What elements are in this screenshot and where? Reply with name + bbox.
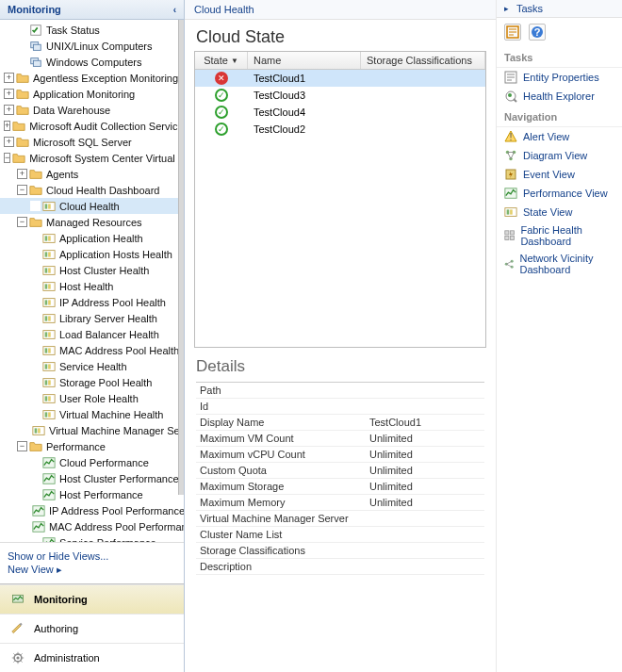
tree-node[interactable]: −Microsoft System Center Virtual Machine… xyxy=(0,150,184,166)
tree-node[interactable]: Host Cluster Health xyxy=(0,262,184,278)
tree-node[interactable]: Virtual Machine Manager Server Health xyxy=(0,422,184,438)
alert-icon: ! xyxy=(504,130,517,143)
folder-icon xyxy=(29,216,42,229)
detail-row: Virtual Machine Manager Server xyxy=(196,511,484,527)
collapse-icon[interactable]: − xyxy=(17,185,27,195)
grid-row[interactable]: ✓TestCloud2 xyxy=(195,121,485,138)
svg-point-71 xyxy=(508,93,512,97)
detail-value: TestCloud1 xyxy=(366,415,425,430)
help-icon[interactable]: ? xyxy=(529,24,546,41)
tree-node[interactable]: +Agents xyxy=(0,166,184,182)
tree-node[interactable]: Cloud Health xyxy=(0,198,184,214)
toggle-spacer xyxy=(30,329,41,339)
tree-node[interactable]: Service Performance xyxy=(0,534,184,542)
detail-key: Path xyxy=(196,383,366,398)
svg-rect-43 xyxy=(48,412,51,417)
collapse-icon[interactable]: ‹ xyxy=(173,5,176,15)
collapse-icon[interactable]: − xyxy=(17,441,27,451)
task-link-dash[interactable]: Fabric Health Dashboard xyxy=(497,221,622,250)
toggle-spacer xyxy=(30,265,41,275)
tree-node[interactable]: IP Address Pool Health xyxy=(0,294,184,310)
tree-node[interactable]: Windows Computers xyxy=(0,54,184,70)
task-link-net[interactable]: Network Vicinity Dashboard xyxy=(497,250,622,278)
tree-node[interactable]: Library Server Health xyxy=(0,310,184,326)
expand-icon[interactable]: + xyxy=(4,137,14,147)
state-icon xyxy=(42,280,56,293)
expand-icon[interactable]: + xyxy=(4,89,14,99)
grid-body[interactable]: ✕TestCloud1✓TestCloud3✓TestCloud4✓TestCl… xyxy=(195,70,485,347)
task-link-label: State View xyxy=(523,206,572,218)
detail-row: Maximum vCPU CountUnlimited xyxy=(196,447,484,463)
expand-icon[interactable]: + xyxy=(4,105,14,115)
svg-rect-9 xyxy=(45,236,48,240)
grid-row[interactable]: ✕TestCloud1 xyxy=(195,70,485,87)
tree-node-label: IP Address Pool Health xyxy=(59,297,166,308)
tree-node[interactable]: IP Address Pool Performance xyxy=(0,502,184,518)
health-icon xyxy=(504,90,517,103)
wunderbar-monitoring[interactable]: Monitoring xyxy=(0,584,184,614)
tree-node[interactable]: Load Balancer Health xyxy=(0,326,184,342)
collapse-icon[interactable]: − xyxy=(17,217,27,227)
tree-node[interactable]: Service Health xyxy=(0,358,184,374)
tree-node[interactable]: +Agentless Exception Monitoring xyxy=(0,70,184,86)
tree-node[interactable]: Application Hosts Health xyxy=(0,246,184,262)
tree-node[interactable]: −Managed Resources xyxy=(0,214,184,230)
tree-node[interactable]: −Performance xyxy=(0,438,184,454)
tree-node[interactable]: Cloud Performance xyxy=(0,454,184,470)
task-link-event[interactable]: Event View xyxy=(497,165,622,184)
tree-node[interactable]: Virtual Machine Health xyxy=(0,406,184,422)
tree-node-label: User Role Health xyxy=(59,393,139,404)
tree-node-label: Agentless Exception Monitoring xyxy=(33,73,178,84)
tree-node[interactable]: −Cloud Health Dashboard xyxy=(0,182,184,198)
navigation-section-title: Navigation xyxy=(497,107,622,127)
col-storage[interactable]: Storage Classifications xyxy=(361,52,485,69)
tree-node[interactable]: Host Cluster Performance xyxy=(0,470,184,486)
svg-rect-45 xyxy=(35,428,38,433)
tree-node[interactable]: +Microsoft SQL Server xyxy=(0,134,184,150)
state-icon xyxy=(42,408,56,421)
svg-rect-21 xyxy=(45,300,48,304)
tree-node[interactable]: +Data Warehouse xyxy=(0,102,184,118)
tree-node-label: IP Address Pool Performance xyxy=(49,505,184,516)
svg-rect-37 xyxy=(48,380,51,385)
expand-icon[interactable]: + xyxy=(17,169,27,179)
nav-tree[interactable]: Task StatusUNIX/Linux ComputersWindows C… xyxy=(0,20,184,542)
folder-icon xyxy=(16,136,29,149)
task-link-props[interactable]: Entity Properties xyxy=(497,68,622,87)
expand-icon[interactable]: + xyxy=(4,121,10,131)
task-link-alert[interactable]: !Alert View xyxy=(497,127,622,146)
task-link-health[interactable]: Health Explorer xyxy=(497,87,622,106)
tree-node[interactable]: +Application Monitoring xyxy=(0,86,184,102)
show-hide-views-link[interactable]: Show or Hide Views... xyxy=(8,550,176,562)
tree-node[interactable]: +Microsoft Audit Collection Services xyxy=(0,118,184,134)
expand-icon[interactable]: + xyxy=(4,73,14,83)
col-state[interactable]: State▼ xyxy=(195,52,248,69)
wunderbar-administration[interactable]: Administration xyxy=(0,643,184,672)
tree-scrollbar[interactable] xyxy=(178,20,184,495)
tree-node[interactable]: UNIX/Linux Computers xyxy=(0,38,184,54)
tree-node[interactable]: Task Status xyxy=(0,22,184,38)
collapse-icon[interactable]: − xyxy=(4,153,10,163)
content-header: Cloud Health xyxy=(185,0,496,20)
new-view-link[interactable]: New View ▸ xyxy=(8,564,176,576)
error-state-icon: ✕ xyxy=(215,72,228,85)
tree-node[interactable]: Host Performance xyxy=(0,486,184,502)
state-icon xyxy=(42,312,56,325)
folder-icon xyxy=(29,168,42,181)
task-action-icon[interactable] xyxy=(504,24,521,41)
tree-node[interactable]: Application Health xyxy=(0,230,184,246)
tree-node[interactable]: MAC Address Pool Health xyxy=(0,342,184,358)
task-link-state[interactable]: State View xyxy=(497,203,622,221)
tree-node[interactable]: Host Health xyxy=(0,278,184,294)
grid-row[interactable]: ✓TestCloud4 xyxy=(195,104,485,121)
tree-node[interactable]: User Role Health xyxy=(0,390,184,406)
task-link-perf[interactable]: Performance View xyxy=(497,184,622,203)
col-name[interactable]: Name xyxy=(248,52,361,69)
detail-value: Unlimited xyxy=(366,479,417,494)
svg-text:?: ? xyxy=(534,26,541,38)
grid-row[interactable]: ✓TestCloud3 xyxy=(195,87,485,104)
tree-node[interactable]: MAC Address Pool Performance xyxy=(0,518,184,534)
tree-node[interactable]: Storage Pool Health xyxy=(0,374,184,390)
wunderbar-authoring[interactable]: Authoring xyxy=(0,614,184,643)
task-link-diagram[interactable]: Diagram View xyxy=(497,146,622,165)
